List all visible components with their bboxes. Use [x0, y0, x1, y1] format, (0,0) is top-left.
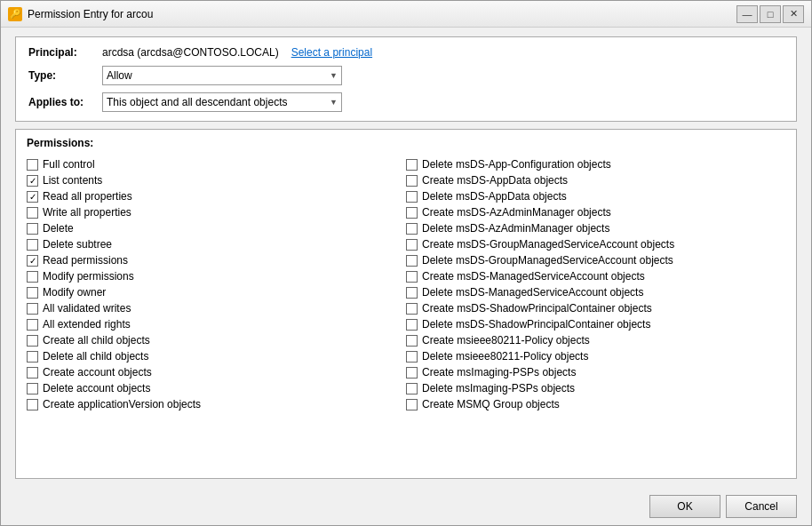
perm-checkbox[interactable]	[406, 239, 418, 251]
maximize-button[interactable]: □	[760, 5, 781, 23]
perm-label: Read all properties	[43, 190, 132, 203]
perm-item-right: Create msDS-ManagedServiceAccount object…	[406, 268, 785, 284]
principal-row: Principal: arcdsa (arcdsa@CONTOSO.LOCAL)…	[28, 46, 784, 59]
title-bar: 🔑 Permission Entry for arcou — □ ✕	[1, 1, 811, 28]
perm-checkbox[interactable]	[406, 287, 418, 299]
applies-row: Applies to: This object and all descenda…	[28, 92, 784, 112]
perm-item-left: Create all child objects	[27, 332, 406, 348]
perm-checkbox[interactable]	[406, 319, 418, 331]
perm-checkbox[interactable]	[27, 287, 38, 299]
perm-checkbox[interactable]	[27, 159, 38, 171]
permissions-list: Full controlDelete msDS-App-Configuratio…	[16, 153, 796, 478]
perm-label: Delete msDS-ShadowPrincipalContainer obj…	[422, 318, 650, 331]
perm-checkbox[interactable]	[406, 223, 418, 235]
perm-label: Delete msDS-App-Configuration objects	[422, 158, 611, 171]
perm-checkbox[interactable]	[406, 367, 418, 379]
applies-select[interactable]: This object and all descendant objects ▼	[102, 92, 342, 112]
perm-checkbox[interactable]	[406, 207, 418, 219]
permissions-label: Permissions:	[16, 130, 796, 153]
perm-checkbox[interactable]	[27, 239, 38, 251]
perm-label: Modify owner	[43, 286, 106, 299]
perm-item-left: All validated writes	[27, 300, 406, 316]
applies-select-arrow: ▼	[330, 98, 338, 107]
principal-value: arcdsa (arcdsa@CONTOSO.LOCAL)	[102, 46, 279, 59]
perm-label: Delete msDS-AzAdminManager objects	[422, 222, 609, 235]
perm-item-left: Delete account objects	[27, 380, 406, 396]
perm-checkbox[interactable]	[406, 271, 418, 283]
perm-checkbox[interactable]	[406, 303, 418, 315]
perm-checkbox[interactable]	[27, 207, 38, 219]
perm-item-right: Create msDS-GroupManagedServiceAccount o…	[406, 236, 785, 252]
perm-label: Delete account objects	[43, 382, 150, 394]
perm-checkbox[interactable]	[406, 383, 418, 394]
perm-checkbox[interactable]	[406, 399, 418, 410]
perm-label: All extended rights	[43, 318, 131, 331]
perm-item-left: Delete subtree	[27, 236, 406, 252]
perm-checkbox[interactable]	[27, 175, 38, 187]
cancel-button[interactable]: Cancel	[726, 495, 797, 518]
perm-checkbox[interactable]	[27, 255, 38, 267]
perm-item-left: Write all properties	[27, 204, 406, 220]
perm-label: Modify permissions	[43, 270, 134, 283]
perm-item-right: Delete msImaging-PSPs objects	[406, 380, 785, 396]
perm-label: Delete msieee80211-Policy objects	[422, 350, 588, 363]
perm-item-right: Create msDS-ShadowPrincipalContainer obj…	[406, 300, 785, 316]
title-bar-left: 🔑 Permission Entry for arcou	[8, 7, 153, 21]
perm-checkbox[interactable]	[406, 255, 418, 267]
perm-item-left: Create account objects	[27, 364, 406, 380]
perm-item-right: Create msDS-AzAdminManager objects	[406, 204, 785, 220]
perm-checkbox[interactable]	[27, 223, 38, 235]
perm-label: Create account objects	[43, 366, 152, 379]
type-row: Type: Allow ▼	[28, 66, 784, 85]
perm-item-right: Delete msDS-ManagedServiceAccount object…	[406, 284, 785, 300]
form-section: Principal: arcdsa (arcdsa@CONTOSO.LOCAL)…	[15, 36, 797, 122]
perm-label: Create msieee80211-Policy objects	[422, 334, 590, 347]
perm-checkbox[interactable]	[27, 303, 38, 315]
permissions-grid: Full controlDelete msDS-App-Configuratio…	[27, 156, 785, 412]
perm-label: All validated writes	[43, 302, 131, 315]
perm-checkbox[interactable]	[27, 399, 38, 410]
perm-label: Read permissions	[43, 254, 128, 267]
perm-label: Delete	[43, 222, 74, 235]
perm-checkbox[interactable]	[27, 271, 38, 283]
perm-checkbox[interactable]	[27, 383, 38, 394]
perm-item-right: Delete msieee80211-Policy objects	[406, 348, 785, 364]
type-label: Type:	[28, 69, 95, 82]
close-button[interactable]: ✕	[783, 5, 804, 23]
perm-item-right: Delete msDS-App-Configuration objects	[406, 156, 785, 172]
perm-label: Write all properties	[43, 206, 131, 219]
perm-item-left: Modify permissions	[27, 268, 406, 284]
perm-checkbox[interactable]	[406, 191, 418, 203]
perm-checkbox[interactable]	[406, 335, 418, 347]
type-select-arrow: ▼	[330, 71, 338, 80]
perm-label: Create msDS-AzAdminManager objects	[422, 206, 611, 219]
perm-item-left: Modify owner	[27, 284, 406, 300]
perm-label: Create msDS-GroupManagedServiceAccount o…	[422, 238, 674, 251]
perm-label: Delete msDS-AppData objects	[422, 190, 567, 203]
perm-label: Delete msDS-GroupManagedServiceAccount o…	[422, 254, 673, 267]
perm-checkbox[interactable]	[406, 159, 418, 171]
perm-checkbox[interactable]	[27, 319, 38, 331]
type-select[interactable]: Allow ▼	[102, 66, 342, 85]
title-controls: — □ ✕	[736, 5, 804, 23]
applies-label: Applies to:	[28, 96, 95, 108]
minimize-button[interactable]: —	[736, 5, 758, 23]
perm-item-right: Delete msDS-AppData objects	[406, 188, 785, 204]
perm-checkbox[interactable]	[27, 351, 38, 363]
permissions-section: Permissions: Full controlDelete msDS-App…	[15, 129, 797, 479]
perm-item-left: List contents	[27, 172, 406, 188]
perm-checkbox[interactable]	[406, 175, 418, 187]
perm-checkbox[interactable]	[27, 335, 38, 347]
select-principal-link[interactable]: Select a principal	[291, 46, 372, 59]
perm-item-right: Delete msDS-GroupManagedServiceAccount o…	[406, 252, 785, 268]
perm-checkbox[interactable]	[406, 351, 418, 363]
ok-button[interactable]: OK	[649, 495, 720, 518]
perm-label: Delete all child objects	[43, 350, 148, 363]
footer: OK Cancel	[1, 488, 811, 525]
perm-label: Delete subtree	[43, 238, 112, 251]
main-content: Principal: arcdsa (arcdsa@CONTOSO.LOCAL)…	[1, 28, 811, 488]
perm-item-left: Read permissions	[27, 252, 406, 268]
perm-label: Delete msDS-ManagedServiceAccount object…	[422, 286, 643, 299]
perm-checkbox[interactable]	[27, 367, 38, 379]
perm-checkbox[interactable]	[27, 191, 38, 203]
